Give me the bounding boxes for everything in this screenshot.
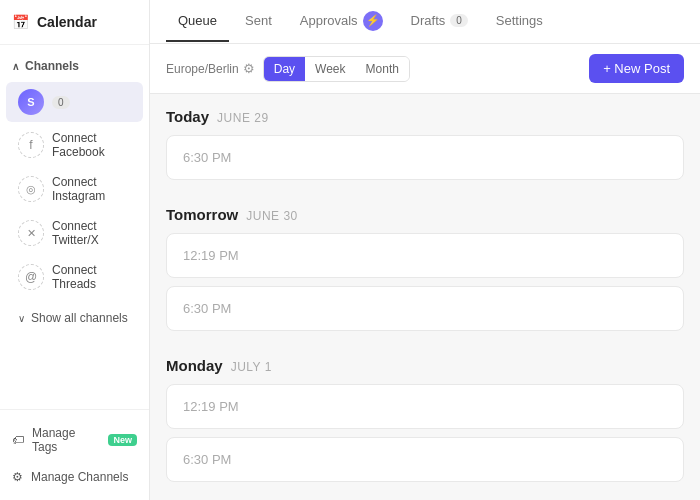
connect-facebook-label: Connect Facebook [52,131,131,159]
day-name-today: Today [166,108,209,125]
instagram-icon: ◎ [18,176,44,202]
sidebar-item-facebook[interactable]: f Connect Facebook [6,124,143,166]
day-name-monday: Monday [166,357,223,374]
approvals-lightning-icon: ⚡ [363,11,383,31]
sidebar-item-twitter[interactable]: ✕ Connect Twitter/X [6,212,143,254]
show-all-channels-button[interactable]: ∨ Show all channels [6,303,143,333]
day-section-tuesday: Tuesday JULY 2 [150,494,700,500]
connect-threads-label: Connect Threads [52,263,131,291]
day-date-tomorrow: JUNE 30 [246,209,298,223]
sidebar-item-instagram[interactable]: ◎ Connect Instagram [6,168,143,210]
tab-queue[interactable]: Queue [166,1,229,42]
toolbar-left: Europe/Berlin ⚙ Day Week Month [166,56,410,82]
day-section-monday: Monday JULY 1 12:19 PM 6:30 PM [150,343,700,494]
manage-tags-label: Manage Tags [32,426,100,454]
twitter-icon: ✕ [18,220,44,246]
day-section-tomorrow: Tomorrow JUNE 30 12:19 PM 6:30 PM [150,192,700,343]
tab-settings[interactable]: Settings [484,1,555,42]
timezone-gear-icon[interactable]: ⚙ [243,61,255,76]
sidebar-calendar-header[interactable]: 📅 Calendar [0,0,149,45]
time-slot: 12:19 PM [166,384,684,429]
tab-approvals[interactable]: Approvals ⚡ [288,0,395,45]
tab-drafts[interactable]: Drafts 0 [399,1,480,42]
gear-icon: ⚙ [12,470,23,484]
manage-tags-button[interactable]: 🏷 Manage Tags New [0,418,149,462]
new-post-button[interactable]: + New Post [589,54,684,83]
manage-channels-label: Manage Channels [31,470,128,484]
connect-twitter-label: Connect Twitter/X [52,219,131,247]
day-header-today: Today JUNE 29 [166,108,684,125]
tag-icon: 🏷 [12,433,24,447]
time-slot: 12:19 PM [166,233,684,278]
day-date-today: JUNE 29 [217,111,269,125]
tab-sent[interactable]: Sent [233,1,284,42]
main-content: Queue Sent Approvals ⚡ Drafts 0 Settings… [150,0,700,500]
timezone-label: Europe/Berlin ⚙ [166,61,255,76]
day-header-monday: Monday JULY 1 [166,357,684,374]
time-slot: 6:30 PM [166,135,684,180]
day-section-today: Today JUNE 29 6:30 PM [150,94,700,192]
view-month-button[interactable]: Month [356,57,409,81]
day-date-monday: JULY 1 [231,360,272,374]
view-week-button[interactable]: Week [305,57,355,81]
channels-section-label: ∧ Channels [0,45,149,81]
calendar-icon: 📅 [12,14,29,30]
sidebar: 📅 Calendar ∧ Channels S 0 f Connect Face… [0,0,150,500]
channel-badge: 0 [52,96,70,109]
drafts-badge: 0 [450,14,468,27]
schedule-content: Today JUNE 29 6:30 PM Tomorrow JUNE 30 1… [150,94,700,500]
show-all-chevron-icon: ∨ [18,313,25,324]
new-badge: New [108,434,137,446]
new-post-label: + New Post [603,61,670,76]
tab-bar: Queue Sent Approvals ⚡ Drafts 0 Settings [150,0,700,44]
active-channel-item[interactable]: S 0 [6,82,143,122]
day-name-tomorrow: Tomorrow [166,206,238,223]
view-button-group: Day Week Month [263,56,410,82]
avatar: S [18,89,44,115]
day-header-tomorrow: Tomorrow JUNE 30 [166,206,684,223]
time-slot: 6:30 PM [166,437,684,482]
channels-chevron-icon: ∧ [12,61,19,72]
manage-channels-button[interactable]: ⚙ Manage Channels [0,462,149,492]
sidebar-calendar-title: Calendar [37,14,97,30]
sidebar-item-threads[interactable]: @ Connect Threads [6,256,143,298]
facebook-icon: f [18,132,44,158]
time-slot: 6:30 PM [166,286,684,331]
sidebar-bottom: 🏷 Manage Tags New ⚙ Manage Channels [0,409,149,500]
threads-icon: @ [18,264,44,290]
view-day-button[interactable]: Day [264,57,305,81]
connect-instagram-label: Connect Instagram [52,175,131,203]
view-toolbar: Europe/Berlin ⚙ Day Week Month + New Pos… [150,44,700,94]
